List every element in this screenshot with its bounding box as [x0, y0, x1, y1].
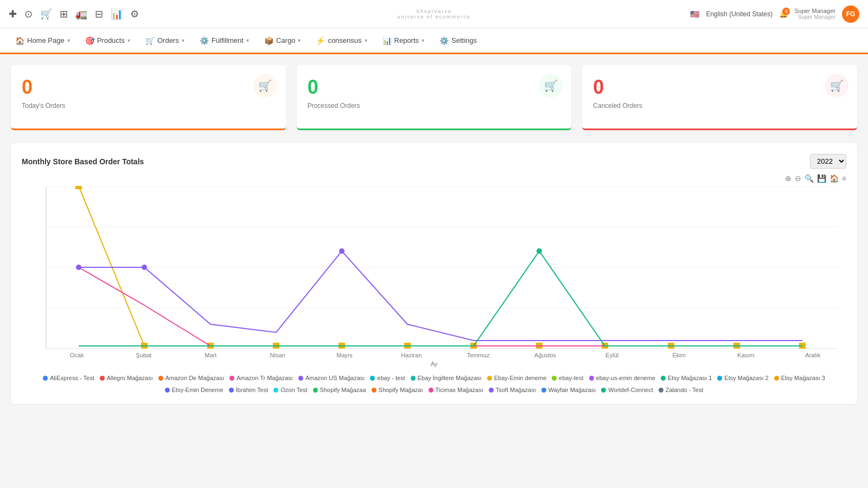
year-select[interactable]: 2020 2021 2022 2023: [810, 154, 846, 169]
download-icon[interactable]: 💾: [817, 174, 826, 183]
chart-container: 2.0 1.3 0.7 0.0: [43, 186, 841, 349]
legend-item: Tsoft Mağazası: [489, 387, 536, 393]
legend-item: Amazon Tr Mağazası: [229, 375, 293, 381]
legend-dot: [489, 388, 494, 393]
legend-dot: [43, 376, 48, 381]
legend-dot: [370, 376, 375, 381]
legend-dot: [661, 376, 666, 381]
legend-item: Etsy Mağazası 1: [661, 375, 712, 381]
legend-item: Etsy Mağazası 3: [774, 375, 825, 381]
svg-point-25: [537, 248, 542, 254]
svg-rect-10: [75, 186, 82, 189]
stat-card-todays-orders: 0 Today's Orders 🛒: [11, 65, 286, 130]
home-icon: 🏠: [15, 36, 24, 45]
legend-item: ebay - test: [370, 375, 405, 381]
processed-orders-value: 0: [308, 76, 561, 99]
nav-item-products[interactable]: 🎯 Products ▾: [79, 33, 137, 48]
stat-card-processed-orders: 0 Processed Orders 🛒: [297, 65, 572, 130]
legend-dot: [165, 388, 170, 393]
legend-dot: [298, 376, 303, 381]
legend-label: Zalando - Test: [666, 387, 704, 393]
legend-label: Wayfair Mağazası: [548, 387, 596, 393]
menu-chart-icon[interactable]: ≡: [842, 174, 846, 183]
month-subat: Şubat: [110, 352, 177, 358]
grid-icon[interactable]: ⊞: [60, 8, 68, 20]
logo: ShopiVerse universe of ecommerce: [397, 9, 471, 20]
month-eylul: Eylül: [579, 352, 646, 358]
legend-label: Etsy Mağazası 1: [668, 375, 712, 381]
plus-icon[interactable]: ✚: [9, 8, 17, 20]
legend-dot: [487, 376, 492, 381]
user-avatar[interactable]: FG: [842, 5, 859, 23]
nav-item-reports[interactable]: 📊 Reports ▾: [376, 33, 431, 48]
nav-item-consensus[interactable]: ⚡ consensus ▾: [309, 33, 373, 48]
legend-label: ebay-us-emin deneme: [596, 375, 655, 381]
products-icon: 🎯: [85, 36, 94, 45]
user-role: Super Manager: [798, 14, 835, 20]
topbar-right: 🇺🇸 English (United States) 🔔 9 Super Man…: [690, 5, 859, 23]
chevron-down-icon: ▾: [365, 37, 367, 43]
settings-icon[interactable]: ⚙: [130, 8, 139, 20]
legend-item: Etsy-Emin Deneme: [165, 387, 224, 393]
compass-icon[interactable]: ⊙: [24, 8, 33, 20]
reports-icon: 📊: [382, 36, 392, 45]
legend-dot: [541, 388, 546, 393]
magnify-icon[interactable]: 🔍: [805, 174, 814, 183]
chevron-down-icon: ▾: [67, 37, 70, 43]
legend-item: ebay-us-emin deneme: [589, 375, 655, 381]
cart-stat-icon: 🛒: [253, 74, 277, 98]
svg-point-23: [142, 265, 147, 270]
nav-item-homepage[interactable]: 🏠 Home Page ▾: [9, 33, 76, 48]
chevron-down-icon: ▾: [127, 37, 130, 43]
legend-dot: [601, 388, 606, 393]
legend-item: Amazon De Mağazası: [158, 375, 224, 381]
legend-dot: [429, 388, 433, 393]
legend-dot: [229, 376, 234, 381]
legend-item: Wayfair Mağazası: [541, 387, 596, 393]
nav-item-settings[interactable]: ⚙️ Settings: [433, 33, 483, 48]
zoom-out-icon[interactable]: ⊖: [795, 174, 801, 183]
nav-label-cargo: Cargo: [276, 36, 295, 44]
truck-icon[interactable]: 🚛: [75, 8, 87, 20]
home-chart-icon[interactable]: 🏠: [829, 174, 839, 183]
nav-item-cargo[interactable]: 📦 Cargo ▾: [258, 33, 307, 48]
nav-label-consensus: consensus: [328, 36, 361, 44]
legend-label: Shopify Mağazaa: [320, 387, 366, 393]
barchart-icon[interactable]: 📊: [111, 8, 123, 20]
legend-label: ebay - test: [377, 375, 405, 381]
month-ekim: Ekim: [646, 352, 712, 358]
legend-label: Ozon Test: [280, 387, 307, 393]
legend-dot: [313, 388, 318, 393]
legend-dot: [589, 376, 594, 381]
navbar: 🏠 Home Page ▾ 🎯 Products ▾ 🛒 Orders ▾ ⚙️…: [0, 28, 868, 54]
main-content: 0 Today's Orders 🛒 0 Processed Orders 🛒 …: [0, 54, 868, 415]
table-icon[interactable]: ⊟: [95, 8, 103, 20]
legend-dot: [552, 376, 557, 381]
nav-label-settings: Settings: [451, 36, 477, 44]
nav-item-fulfillment[interactable]: ⚙️ Fulfillment ▾: [193, 33, 256, 48]
legend-label: Worldef-Connect: [608, 387, 653, 393]
user-info: Super Manager Super Manager: [794, 8, 835, 20]
legend-label: Ebay İngiltere Mağazası: [418, 375, 482, 381]
language-label[interactable]: English (United States): [706, 10, 773, 18]
svg-point-22: [76, 265, 81, 270]
zoom-in-icon[interactable]: ⊕: [785, 174, 792, 183]
legend-item: ebay-test: [552, 375, 583, 381]
legend-item: İbrahim Test: [229, 387, 269, 393]
month-agustos: Ağustos: [512, 352, 578, 358]
processed-orders-label: Processed Orders: [308, 102, 561, 110]
legend-label: Amazon De Mağazası: [165, 375, 224, 381]
legend-item: Allegro Mağazası: [100, 375, 153, 381]
svg-point-24: [339, 248, 344, 254]
month-temmuz: Temmuz: [445, 352, 512, 358]
notification-bell[interactable]: 🔔 9: [779, 10, 788, 18]
cart-icon[interactable]: 🛒: [40, 8, 52, 20]
orders-icon: 🛒: [145, 36, 155, 45]
legend-item: Ozon Test: [273, 387, 307, 393]
month-aralik: Aralık: [780, 352, 846, 358]
month-kasim: Kasım: [712, 352, 779, 358]
chart-header: Monthly Store Based Order Totals 2020 20…: [22, 154, 846, 169]
legend-label: Shopify Mağazaı: [379, 387, 423, 393]
nav-item-orders[interactable]: 🛒 Orders ▾: [139, 33, 191, 48]
month-mart: Mart: [177, 352, 244, 358]
